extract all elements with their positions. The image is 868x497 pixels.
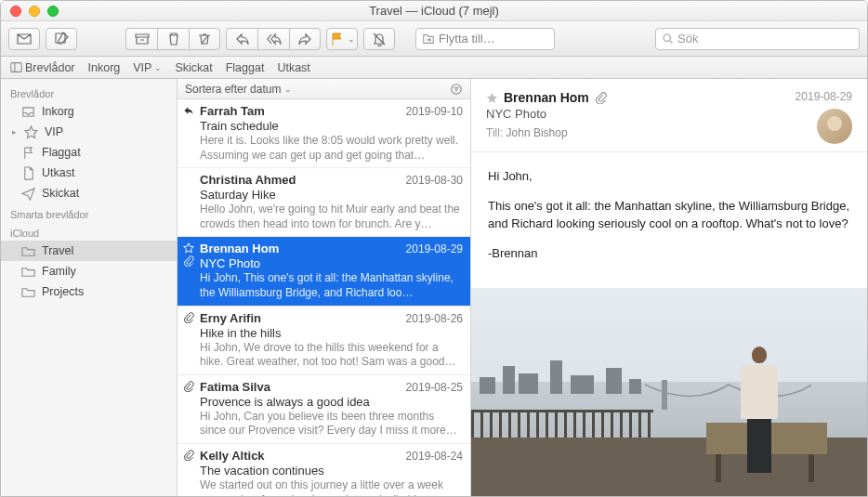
row-indicators [181,312,196,323]
body-greeting: Hi John, [488,167,850,186]
row-subject: Train schedule [200,119,463,133]
sidebar-item-travel[interactable]: Travel [1,241,177,261]
message-row[interactable]: Brennan Hom2019-08-29NYC PhotoHi John, T… [178,237,470,306]
mute-button[interactable] [363,28,395,50]
fav-flagged[interactable]: Flaggat [226,61,265,74]
message-row[interactable]: Erny Arifin2019-08-26Hike in the hillsHi… [178,307,470,375]
to-value: John Bishop [506,126,568,139]
message-row[interactable]: Christina Ahmed2019-08-30Saturday HikeHe… [178,168,470,237]
sidebar-item-label: Skickat [42,187,79,200]
junk-button[interactable] [189,28,220,50]
titlebar: Travel — iCloud (7 mejl) [1,1,867,21]
sidebar-item-label: Travel [42,244,73,257]
vip-star-icon[interactable] [486,92,498,104]
sidebar: Brevlådor Inkorg ▸ VIP Flaggat Utkast Sk… [1,79,178,496]
sidebar-item-label: Family [42,265,76,278]
message-row[interactable]: Farrah Tam2019-09-10Train scheduleHere i… [178,99,470,168]
reply-all-button[interactable] [257,28,289,50]
window-title: Travel — iCloud (7 mejl) [1,4,867,18]
fav-inbox-label: Inkorg [88,61,121,74]
attachment-image[interactable] [471,288,867,496]
fav-vip-label: VIP [133,61,151,74]
row-date: 2019-08-30 [406,174,463,187]
folder-icon [21,265,35,279]
sidebar-item-family[interactable]: Family [1,261,177,281]
document-icon [21,166,35,180]
trash-icon [166,32,181,46]
header-sender: Brennan Hom [504,90,589,105]
row-subject: The vacation continues [200,464,463,477]
fav-mailboxes[interactable]: Brevlådor [10,61,75,74]
fav-vip[interactable]: VIP⌄ [133,61,162,74]
reading-pane: Brennan Hom NYC Photo Till: John Bishop … [471,79,867,496]
replied-icon [183,105,194,116]
row-date: 2019-08-25 [406,381,463,394]
paperclip-icon [183,381,194,392]
header-date: 2019-08-29 [796,90,852,103]
message-list: Sortera efter datum ⌄ Farrah Tam2019-09-… [178,79,471,496]
archive-icon [135,32,150,46]
sidebar-item-projects[interactable]: Projects [1,281,177,302]
flag-button[interactable]: ⌄ [326,28,358,50]
fav-sent[interactable]: Skickat [175,61,212,74]
reply-button[interactable] [226,28,257,50]
flag-group: ⌄ [326,28,358,50]
toolbar: ⌄ Flytta till… Sök [1,21,867,57]
paperplane-icon [21,187,35,201]
to-label: Till: [486,126,503,139]
forward-button[interactable] [289,28,321,50]
sidebar-item-label: Inkorg [42,105,74,118]
sidebar-item-sent[interactable]: Skickat [1,183,177,203]
sidebar-item-inbox[interactable]: Inkorg [1,101,177,122]
row-indicators [181,381,196,392]
row-preview: Hi John, This one's got it all: the Manh… [200,271,463,300]
compose-icon [54,32,69,46]
row-sender: Erny Arifin [200,311,261,325]
message-row[interactable]: Fatima Silva2019-08-25Provence is always… [178,375,470,444]
move-to-placeholder: Flytta till… [439,32,495,46]
row-indicators [181,242,196,267]
folder-icon [21,244,35,258]
body-text: This one's got it all: the Manhattan sky… [488,197,850,233]
row-date: 2019-08-26 [406,312,463,325]
row-subject: Hike in the hills [200,326,463,340]
archive-button[interactable] [125,28,157,50]
sidebar-toggle-icon [10,61,22,73]
body-signoff: -Brennan [488,244,850,263]
get-mail-button[interactable] [8,28,40,50]
fav-drafts[interactable]: Utkast [277,61,309,74]
star-icon [24,125,38,139]
fav-inbox[interactable]: Inkorg [88,61,121,74]
row-date: 2019-08-24 [406,450,463,463]
junk-icon [197,32,212,46]
sidebar-item-flagged[interactable]: Flaggat [1,142,177,163]
mail-window: Travel — iCloud (7 mejl) [0,0,868,497]
sidebar-heading-smart: Smarta brevlådor [1,203,177,222]
message-body: Hi John, This one's got it all: the Manh… [471,152,867,288]
row-preview: Hi John, We drove to the hills this week… [200,341,463,370]
row-date: 2019-08-29 [406,242,463,255]
row-sender: Kelly Altick [200,449,265,463]
sidebar-item-drafts[interactable]: Utkast [1,163,177,183]
sidebar-item-label: Projects [42,285,84,298]
row-indicators [181,105,196,116]
disclosure-triangle-icon[interactable]: ▸ [12,127,18,137]
compose-button[interactable] [46,28,77,50]
fav-drafts-label: Utkast [277,61,309,74]
sidebar-item-label: Flaggat [42,146,81,159]
message-row[interactable]: Kelly Altick2019-08-24The vacation conti… [178,444,470,496]
move-icon [422,33,435,46]
move-to-field[interactable]: Flytta till… [415,28,555,50]
delete-button[interactable] [157,28,189,50]
search-field[interactable]: Sök [655,28,860,50]
inbox-icon [21,105,35,119]
star-icon [183,242,194,254]
forward-icon [297,32,312,46]
row-sender: Christina Ahmed [200,173,296,187]
filter-icon[interactable] [450,83,463,96]
search-icon [662,33,674,45]
sort-bar[interactable]: Sortera efter datum ⌄ [178,79,470,99]
sort-label: Sortera efter datum [185,83,281,96]
row-indicators [181,450,196,461]
sidebar-item-vip[interactable]: ▸ VIP [1,122,177,142]
